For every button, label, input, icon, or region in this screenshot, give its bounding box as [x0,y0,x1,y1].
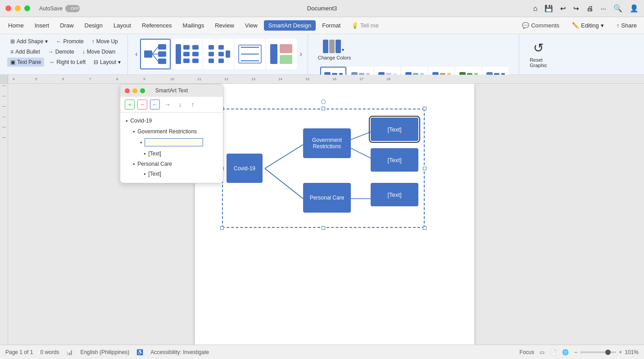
promote-icon: ← [56,38,61,45]
text3-node[interactable]: [Text] [371,183,418,206]
view-reading-icon[interactable]: 📄 [550,349,557,355]
svg-rect-10 [183,59,190,63]
layouts-group: ‹ [130,34,308,74]
menu-references[interactable]: References [137,20,176,31]
svg-rect-25 [270,44,277,64]
move-up-button[interactable]: ↑ Move Up [89,37,121,46]
pane-right-button[interactable]: → [163,100,172,109]
layouts-next-button[interactable]: › [298,50,304,58]
zoom-out-icon[interactable]: − [574,349,577,355]
focus-button[interactable]: Focus [520,349,535,355]
covid-node[interactable]: Covid-19 [227,154,263,183]
rotate-handle[interactable] [321,100,326,104]
personal-care-node[interactable]: Personal Care [303,183,351,213]
account-icon[interactable]: 👤 [630,4,639,13]
pane-add-button[interactable]: + [125,100,135,109]
word-count-icon[interactable]: 📊 [66,349,73,355]
ruler-svg: 4 5 6 7 8 9 10 11 12 13 14 15 16 17 18 [8,75,644,84]
svg-text:13: 13 [251,77,255,81]
menu-format[interactable]: Format [317,20,345,31]
demote-icon: → [48,49,54,55]
layouts-container: ‹ [133,37,304,71]
layout-thumb-4[interactable] [235,39,265,69]
text2-node[interactable]: [Text] [371,148,418,172]
gov-restrictions-label: Government Restrictions [303,137,351,150]
menu-design[interactable]: Design [80,20,107,31]
zoom-in-icon[interactable]: + [619,349,622,355]
layout-thumb-5[interactable] [266,39,297,69]
layout-thumb-1[interactable] [140,39,171,69]
document-title: Document3 [307,5,337,12]
text2-label: [Text] [387,157,401,164]
view-web-icon[interactable]: 🌐 [562,349,569,355]
maximize-button[interactable] [24,5,30,11]
canvas[interactable]: ◂ Covid-19 [8,84,644,345]
home-icon[interactable]: ⌂ [533,5,538,13]
change-colors-button[interactable]: ▾ Change Colors [313,37,355,63]
menu-view[interactable]: View [240,20,262,31]
share-button[interactable]: ↑ Share [613,20,640,31]
editing-button[interactable]: ✏️ Editing ▾ [568,20,608,31]
more-icon[interactable]: ··· [600,5,606,12]
menu-layout[interactable]: Layout [109,20,136,31]
minimize-button[interactable] [15,5,21,11]
svg-rect-16 [209,59,214,63]
layout-icon: ⊟ [94,59,98,65]
reset-graphic-button[interactable]: ↺ ResetGraphic [525,37,552,72]
layout-chevron: ▾ [118,59,121,65]
pane-down-button[interactable]: ↓ [175,100,185,109]
move-down-label: Move Down [87,49,115,55]
demote-button[interactable]: → Demote [45,47,77,56]
menu-tell-me[interactable]: 💡 Tell me [347,20,383,31]
zoom-thumb[interactable] [605,350,611,355]
save-icon[interactable]: 💾 [544,5,553,13]
layouts-prev-button[interactable]: ‹ [133,50,139,58]
menu-home[interactable]: Home [4,20,28,31]
gov-restrictions-node[interactable]: Government Restrictions [303,128,351,158]
add-bullet-button[interactable]: ≡ Add Bullet [7,47,43,56]
menu-insert[interactable]: Insert [30,20,54,31]
comments-button[interactable]: 💬 Comments [518,20,563,31]
layout-button[interactable]: ⊟ Layout ▾ [91,58,124,67]
add-shape-button[interactable]: ⊞ Add Shape ▾ [7,37,51,46]
pane-left-button[interactable]: ← [150,100,160,109]
add-shape-row: ⊞ Add Shape ▾ ← Promote ↑ Move Up [7,37,121,46]
move-up-icon: ↑ [92,38,95,45]
text1-node[interactable]: [Text] [371,118,418,141]
text-pane-button[interactable]: ▣ Text Pane [7,58,44,67]
move-down-button[interactable]: ↓ Move Down [79,47,118,56]
pane-remove-button[interactable]: − [137,100,147,109]
layout-thumb-3[interactable] [203,39,234,69]
redo-icon[interactable]: ↪ [573,5,579,13]
svg-text:5: 5 [35,77,37,81]
autosave-toggle[interactable]: OFF [65,5,80,12]
menu-smartart-design[interactable]: SmartArt Design [264,20,316,31]
pane-traffic-lights [125,88,145,93]
menu-draw[interactable]: Draw [55,20,78,31]
zoom-control[interactable]: − + 101% [574,349,639,355]
pane-minimize-button[interactable] [132,88,137,93]
layout-thumb-2[interactable] [172,39,202,69]
comments-label: Comments [531,22,559,29]
svg-rect-19 [218,59,224,63]
right-to-left-button[interactable]: ↔ Right to Left [46,58,89,67]
undo-icon[interactable]: ↩ [560,5,566,13]
pane-close-button[interactable] [125,88,130,93]
pane-up-button[interactable]: ↑ [188,100,198,109]
zoom-slider[interactable] [580,351,616,353]
accessibility-label[interactable]: Accessibility: Investigate [150,349,209,355]
title-bar-actions: ⌂ 💾 ↩ ↪ 🖨 ··· 🔍 👤 [533,4,639,13]
search-icon[interactable]: 🔍 [613,4,622,13]
smartart-selection-container[interactable]: ◂ Covid-19 [222,109,425,228]
pane-maximize-button[interactable] [140,88,145,93]
pane-text-input[interactable] [145,138,203,146]
menu-review[interactable]: Review [210,20,239,31]
view-normal-icon[interactable]: ▭ [540,349,544,355]
autosave-control[interactable]: AutoSave OFF [39,5,80,12]
layout-label: Layout [100,59,116,65]
close-button[interactable] [5,5,11,11]
menu-mailings[interactable]: Mailings [178,20,209,31]
language[interactable]: English (Philippines) [80,349,129,355]
print-icon[interactable]: 🖨 [586,5,593,12]
promote-button[interactable]: ← Promote [53,37,86,46]
